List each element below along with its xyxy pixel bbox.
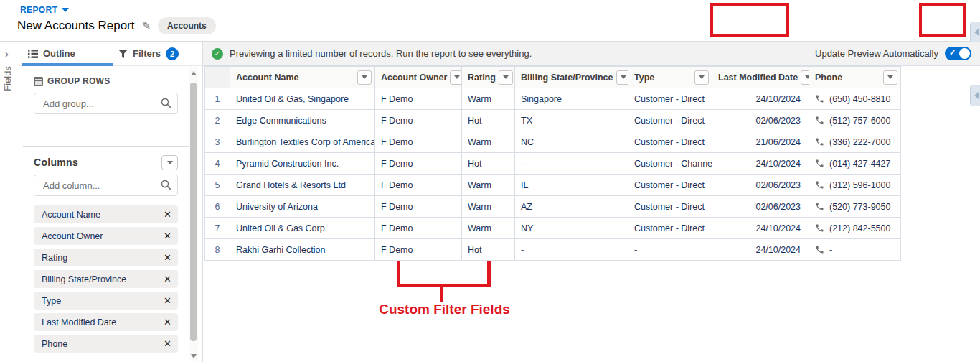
update-preview-toggle[interactable]: ✓ — [945, 47, 971, 60]
section-divider — [23, 146, 192, 147]
column-menu-button[interactable] — [616, 70, 628, 85]
row-number: 3 — [205, 131, 230, 153]
cell-phone: (650) 450-8810 — [809, 88, 901, 110]
cell-account-owner: F Demo — [375, 110, 462, 131]
selected-columns-list: Account Name ✕ Account Owner ✕ Rating ✕ … — [34, 205, 178, 353]
column-pill-account-owner[interactable]: Account Owner ✕ — [34, 227, 178, 245]
update-preview-label: Update Preview Automatically — [815, 48, 938, 59]
cell-phone: (212) 842-5500 — [809, 218, 901, 239]
column-header-phone[interactable]: Phone — [809, 67, 901, 88]
column-pill-label: Account Owner — [42, 231, 103, 241]
chevron-left-icon — [974, 92, 979, 99]
column-pill-rating[interactable]: Rating ✕ — [34, 249, 178, 266]
cell-account-owner: F Demo — [375, 131, 462, 153]
cell-billing-state: NC — [515, 131, 628, 153]
scroll-up-icon[interactable] — [191, 71, 197, 75]
column-header-label: Rating — [468, 73, 496, 83]
filter-funnel-icon — [118, 50, 128, 58]
add-group-input[interactable] — [34, 93, 178, 114]
scroll-down-icon[interactable] — [191, 354, 197, 358]
add-column-input[interactable] — [34, 175, 178, 196]
chevron-down-icon — [503, 75, 509, 79]
column-header-account-name[interactable]: Account Name — [230, 67, 375, 88]
phone-number: (650) 450-8810 — [829, 94, 890, 104]
tab-filters[interactable]: Filters 2 — [118, 42, 197, 65]
remove-column-icon[interactable]: ✕ — [164, 231, 171, 241]
cell-last-modified: 24/10/2024 — [712, 239, 809, 261]
cell-account-owner: F Demo — [375, 153, 462, 175]
column-header-rating[interactable]: Rating — [462, 67, 515, 88]
table-header-row: Account Name Account Owner Rating Billin… — [205, 67, 901, 88]
column-menu-button[interactable] — [499, 70, 513, 85]
row-number: 4 — [205, 153, 230, 175]
column-header-type[interactable]: Type — [628, 67, 712, 88]
cell-billing-state: IL — [515, 175, 628, 196]
object-badge: Accounts — [158, 17, 216, 34]
column-menu-button[interactable] — [357, 70, 372, 85]
column-header-label: Billing State/Province — [521, 73, 613, 83]
phone-icon — [815, 223, 824, 233]
report-type-dropdown[interactable]: REPORT — [20, 5, 69, 15]
cell-account-name: Edge Communications — [230, 110, 375, 131]
search-icon — [161, 180, 171, 190]
column-pill-billing-state[interactable]: Billing State/Province ✕ — [34, 270, 178, 288]
cell-billing-state: - — [515, 153, 628, 175]
row-number: 8 — [205, 239, 230, 261]
column-menu-button[interactable] — [450, 70, 461, 85]
column-header-label: Type — [634, 73, 654, 83]
phone-icon — [815, 116, 824, 125]
scrollbar-thumb[interactable] — [190, 83, 197, 341]
columns-menu-button[interactable] — [161, 155, 178, 170]
chevron-down-icon — [621, 75, 626, 79]
cell-account-name: University of Arizona — [230, 196, 375, 218]
preview-banner: ✓ Previewing a limited number of records… — [203, 42, 980, 66]
cell-account-owner: F Demo — [375, 196, 462, 218]
column-pill-phone[interactable]: Phone ✕ — [34, 335, 178, 353]
column-menu-button[interactable] — [694, 70, 709, 85]
cell-phone: - — [809, 239, 901, 261]
collapse-panel-button[interactable] — [970, 85, 980, 106]
remove-column-icon[interactable]: ✕ — [164, 274, 171, 284]
cell-rating: Hot — [462, 110, 515, 131]
column-pill-account-name[interactable]: Account Name ✕ — [34, 205, 178, 223]
cell-account-name: Pyramid Construction Inc. — [230, 153, 375, 175]
chevron-down-icon — [362, 75, 367, 79]
column-header-last-modified[interactable]: Last Modified Date — [712, 67, 809, 88]
remove-column-icon[interactable]: ✕ — [164, 317, 171, 328]
cell-rating: Hot — [462, 153, 515, 175]
cell-last-modified: 02/06/2023 — [712, 175, 809, 196]
group-rows-section: GROUP ROWS — [34, 76, 178, 114]
report-builder-page: REPORT New Accounts Report ✎ Accounts ↺ … — [0, 0, 980, 362]
cell-billing-state: AZ — [515, 196, 628, 218]
cell-account-owner: F Demo — [375, 175, 462, 196]
chevron-down-icon — [62, 8, 69, 12]
column-menu-button[interactable] — [883, 70, 897, 85]
remove-column-icon[interactable]: ✕ — [164, 252, 171, 263]
tab-outline[interactable]: Outline — [27, 42, 113, 65]
remove-column-icon[interactable]: ✕ — [164, 295, 171, 306]
column-menu-button[interactable] — [801, 70, 809, 85]
row-number: 6 — [205, 196, 230, 218]
sidebar-scrollbar[interactable] — [189, 67, 198, 361]
search-icon — [161, 98, 171, 108]
cell-last-modified: 24/10/2024 — [712, 153, 809, 175]
edit-title-icon[interactable]: ✎ — [141, 19, 151, 32]
cell-rating: Warm — [462, 88, 515, 110]
panel-tabs: Outline Filters 2 — [19, 42, 202, 66]
expand-fields-icon[interactable]: › — [5, 47, 9, 60]
fields-rail-label[interactable]: Fields — [2, 66, 13, 91]
column-pill-last-modified-date[interactable]: Last Modified Date ✕ — [34, 313, 178, 331]
collapse-panel-button[interactable] — [970, 22, 980, 43]
column-header-account-owner[interactable]: Account Owner — [375, 67, 462, 88]
remove-column-icon[interactable]: ✕ — [164, 338, 171, 349]
row-number: 5 — [205, 175, 230, 196]
filters-count-badge: 2 — [166, 47, 179, 60]
chevron-down-icon — [167, 161, 173, 164]
column-pill-type[interactable]: Type ✕ — [34, 292, 178, 310]
cell-account-owner: F Demo — [375, 239, 462, 261]
column-header-billing-state[interactable]: Billing State/Province — [515, 67, 628, 88]
remove-column-icon[interactable]: ✕ — [164, 209, 171, 220]
row-number: 1 — [205, 88, 230, 110]
active-tab-indicator — [22, 63, 113, 66]
cell-rating: Warm — [462, 131, 515, 153]
